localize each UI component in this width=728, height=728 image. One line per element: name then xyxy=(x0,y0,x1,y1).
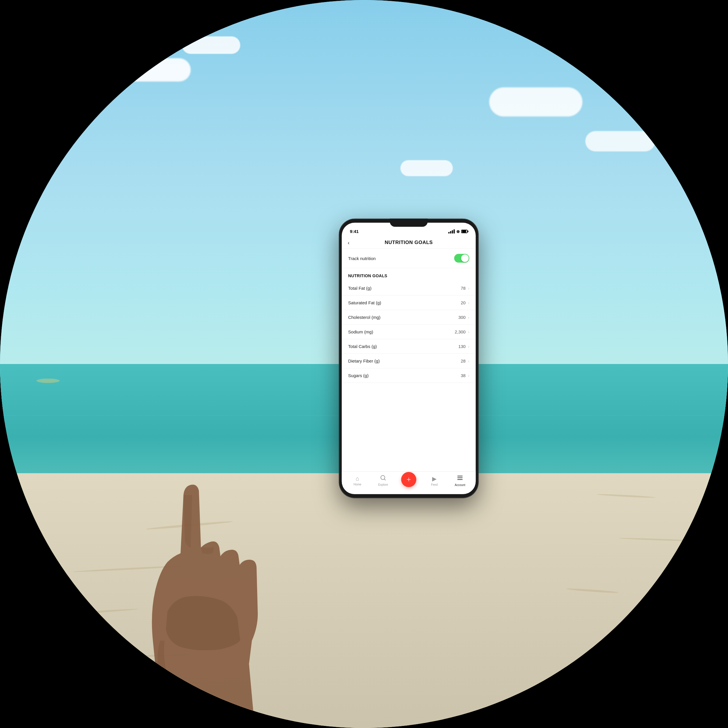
tab-add[interactable]: + xyxy=(396,472,422,489)
toggle-thumb xyxy=(461,254,469,262)
cloud-1 xyxy=(109,58,191,81)
battery-icon xyxy=(461,230,468,233)
app-header: ‹ NUTRITION GOALS xyxy=(342,236,476,249)
tab-bar: ⌂ Home Explore + ▶ Feed xyxy=(342,471,476,494)
chevron-icon-6: › xyxy=(468,358,470,363)
goal-row-sodium[interactable]: Sodium (mg) 2,300 › xyxy=(342,325,476,339)
track-nutrition-row[interactable]: Track nutrition xyxy=(342,249,476,268)
status-icons: ⊛ xyxy=(448,229,468,234)
goal-value-dietary-fiber: 28 › xyxy=(461,358,469,363)
signal-bars-icon xyxy=(448,229,455,234)
goal-row-total-fat[interactable]: Total Fat (g) 78 › xyxy=(342,281,476,295)
goal-row-dietary-fiber[interactable]: Dietary Fiber (g) 28 › xyxy=(342,354,476,369)
signal-bar-2 xyxy=(450,231,451,234)
goal-label-total-carbs: Total Carbs (g) xyxy=(348,344,377,349)
goal-label-total-fat: Total Fat (g) xyxy=(348,286,372,291)
tab-home[interactable]: ⌂ Home xyxy=(345,475,370,486)
goal-value-cholesterol: 300 › xyxy=(458,315,470,320)
wifi-icon: ⊛ xyxy=(456,229,460,234)
account-icon xyxy=(457,475,463,483)
chevron-icon-7: › xyxy=(468,373,470,378)
chevron-icon-3: › xyxy=(468,315,470,320)
feed-icon: ▶ xyxy=(432,475,436,482)
tab-account[interactable]: Account xyxy=(447,475,473,486)
tab-feed[interactable]: ▶ Feed xyxy=(422,475,447,486)
goal-value-sugars: 38 › xyxy=(461,373,469,378)
tab-explore-label: Explore xyxy=(378,483,388,486)
battery-fill xyxy=(462,230,466,232)
cloud-3 xyxy=(489,87,583,116)
phone-frame: 9:41 ⊛ ‹ NUTRITION GOALS xyxy=(339,219,479,498)
track-nutrition-label: Track nutrition xyxy=(348,256,376,261)
goal-row-saturated-fat[interactable]: Saturated Fat (g) 20 › xyxy=(342,295,476,310)
tab-explore[interactable]: Explore xyxy=(370,475,396,486)
back-button[interactable]: ‹ xyxy=(348,239,350,246)
scene-background: 9:41 ⊛ ‹ NUTRITION GOALS xyxy=(0,0,728,728)
status-time: 9:41 xyxy=(350,229,359,234)
goal-label-sugars: Sugars (g) xyxy=(348,373,369,378)
signal-bar-1 xyxy=(448,232,450,234)
goal-row-cholesterol[interactable]: Cholesterol (mg) 300 › xyxy=(342,310,476,325)
goal-value-sodium: 2,300 › xyxy=(454,329,469,334)
app-content[interactable]: Track nutrition NUTRITION GOALS Total Fa… xyxy=(342,249,476,471)
goal-value-total-carbs: 130 › xyxy=(458,344,470,349)
svg-line-1 xyxy=(384,479,385,480)
chevron-icon-4: › xyxy=(468,329,470,334)
cloud-5 xyxy=(401,160,453,176)
section-header-nutrition: NUTRITION GOALS xyxy=(342,268,476,281)
plus-icon: + xyxy=(407,475,411,484)
phone-screen: 9:41 ⊛ ‹ NUTRITION GOALS xyxy=(342,223,476,494)
track-nutrition-toggle[interactable] xyxy=(454,254,470,263)
add-button[interactable]: + xyxy=(401,472,416,487)
tab-feed-label: Feed xyxy=(431,483,438,486)
page-title: NUTRITION GOALS xyxy=(385,240,433,245)
goal-row-sugars[interactable]: Sugars (g) 38 › xyxy=(342,369,476,383)
phone-notch xyxy=(390,219,428,227)
chevron-icon: › xyxy=(468,286,470,290)
signal-bar-3 xyxy=(452,230,453,234)
cloud-4 xyxy=(585,131,655,151)
goal-value-total-fat: 78 › xyxy=(461,286,469,291)
land-left xyxy=(37,379,60,383)
chevron-icon-5: › xyxy=(468,344,470,349)
chevron-icon-2: › xyxy=(468,300,470,305)
signal-bar-4 xyxy=(454,229,455,234)
goal-value-saturated-fat: 20 › xyxy=(461,300,469,305)
home-icon: ⌂ xyxy=(356,475,359,482)
goal-row-total-carbs[interactable]: Total Carbs (g) 130 › xyxy=(342,339,476,354)
explore-icon xyxy=(380,475,386,482)
goal-label-dietary-fiber: Dietary Fiber (g) xyxy=(348,358,380,363)
goal-label-sodium: Sodium (mg) xyxy=(348,329,373,334)
cloud-2 xyxy=(182,37,240,54)
hand-svg xyxy=(109,437,313,728)
tab-account-label: Account xyxy=(455,483,465,486)
tab-home-label: Home xyxy=(353,483,361,486)
goal-label-cholesterol: Cholesterol (mg) xyxy=(348,315,381,320)
goal-label-saturated-fat: Saturated Fat (g) xyxy=(348,300,381,305)
